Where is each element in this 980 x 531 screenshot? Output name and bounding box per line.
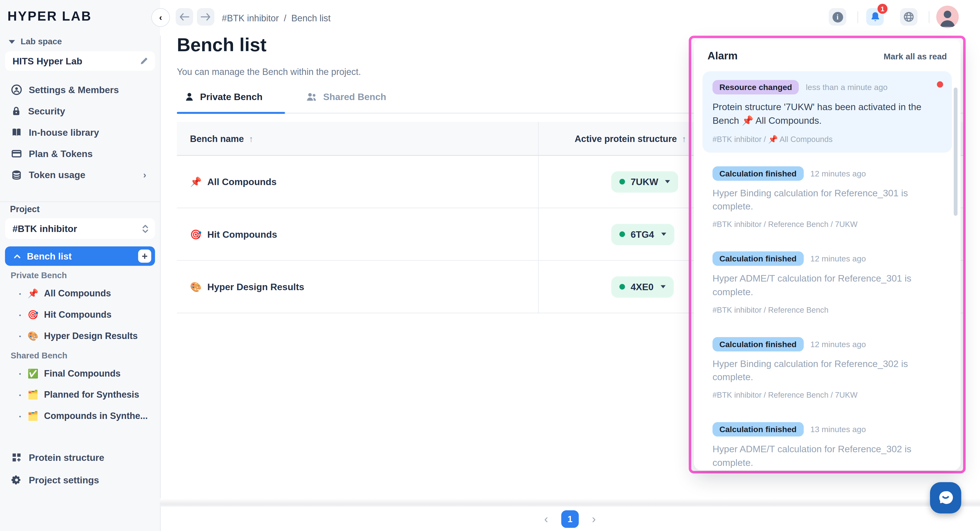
chat-launcher-button[interactable] (930, 482, 961, 513)
content-footer-divider (160, 498, 980, 507)
notification-path: #BTK inhibitor / 📌 All Compounds (713, 134, 942, 144)
notification-badge: 1 (878, 4, 888, 14)
sidebar-item-final-compounds[interactable]: · ✅ Final Compounds (0, 363, 160, 384)
check-emoji-icon: ✅ (27, 368, 38, 378)
unread-dot (937, 81, 943, 88)
lab-space-label: Lab space (21, 37, 62, 46)
notification-message: Hyper Binding calculation for Reference_… (713, 186, 942, 213)
sort-asc-icon[interactable]: ↑ (682, 134, 686, 144)
notification-type-badge: Resource changed (713, 80, 799, 94)
alarm-panel-highlight: Alarm Mark all as read Resource changed … (689, 36, 966, 474)
mark-all-as-read-button[interactable]: Mark all as read (884, 52, 947, 61)
sidebar-item-inhouse-library[interactable]: In-house library (0, 121, 160, 143)
notification-item[interactable]: Resource changed less than a minute ago … (702, 71, 952, 152)
sidebar-item-label: Plan & Tokens (29, 148, 92, 158)
person-icon (936, 6, 959, 28)
sidebar-item-bench-list[interactable]: Bench list + (5, 246, 155, 266)
info-icon: i (832, 11, 843, 22)
back-button[interactable] (176, 8, 193, 26)
sort-asc-icon[interactable]: ↑ (249, 134, 253, 144)
bench-name-cell[interactable]: 🎨 Hyper Design Results (190, 261, 304, 313)
notifications-button[interactable]: 1 (866, 8, 884, 26)
column-header-active-protein-structure[interactable]: Active protein structure ↑ (575, 122, 686, 155)
column-divider (538, 156, 539, 207)
breadcrumb-separator: / (284, 13, 286, 23)
sidebar-item-planned-for-synthesis[interactable]: · 🗂️ Planned for Synthesis (0, 384, 160, 405)
card-index-emoji-icon: 🗂️ (27, 389, 38, 400)
alarm-title: Alarm (708, 50, 738, 62)
notification-type-badge: Calculation finished (713, 422, 803, 437)
sidebar-item-label: Security (28, 105, 65, 116)
project-section-label: Project (10, 204, 40, 214)
dart-emoji-icon: 🎯 (190, 229, 202, 240)
pushpin-emoji-icon: 📌 (27, 288, 38, 298)
protein-structure-dropdown[interactable]: 6TG4 (611, 223, 674, 245)
active-status-dot (619, 179, 625, 185)
sidebar-item-compounds-in-synthesis[interactable]: · 🗂️ Compounds in Synthe... (0, 405, 160, 427)
people-icon (306, 92, 318, 102)
forward-button[interactable] (197, 8, 215, 26)
edit-pencil-icon[interactable] (140, 56, 149, 65)
lab-space-selector[interactable]: HITS Hyper Lab (5, 51, 155, 71)
breadcrumb-project[interactable]: #BTK inhibitor (222, 13, 279, 23)
dart-emoji-icon: 🎯 (27, 309, 38, 320)
sidebar-collapse-button[interactable]: ‹ (151, 8, 170, 27)
next-page-button[interactable]: › (592, 512, 596, 526)
sidebar: HYPER LAB Lab space HITS Hyper Lab Setti… (0, 0, 161, 531)
lab-space-toggle[interactable]: Lab space (9, 37, 62, 46)
app-logo: HYPER LAB (7, 9, 92, 24)
sidebar-item-settings-members[interactable]: Settings & Members (0, 79, 160, 100)
notification-message: Hyper ADME/T calculation for Reference_3… (713, 271, 942, 299)
sidebar-item-security[interactable]: Security (0, 100, 160, 121)
notification-item[interactable]: Calculation finished 13 minutes ago Hype… (702, 413, 952, 470)
protein-structure-dropdown[interactable]: 4XE0 (611, 276, 673, 297)
active-tab-indicator (177, 112, 285, 114)
chat-bubble-icon (937, 489, 955, 507)
caret-down-icon (9, 40, 15, 43)
page-number-button[interactable]: 1 (561, 510, 579, 528)
sidebar-item-hit-compounds[interactable]: · 🎯 Hit Compounds (0, 304, 160, 325)
sidebar-menu: Settings & Members Security In-house lib… (0, 79, 160, 185)
app-window: HYPER LAB Lab space HITS Hyper Lab Setti… (0, 0, 980, 531)
bench-name-cell[interactable]: 📌 All Compounds (190, 156, 277, 207)
top-bar: #BTK inhibitor / Bench list i 1 (160, 0, 980, 36)
protein-structure-dropdown[interactable]: 7UKW (611, 171, 678, 192)
sidebar-item-project-settings[interactable]: Project settings (0, 469, 160, 490)
arrow-left-icon (180, 13, 189, 21)
notification-message: Protein structure '7UKW' has been activa… (713, 100, 942, 128)
notification-type-badge: Calculation finished (713, 166, 803, 180)
bench-name-cell[interactable]: 🎯 Hit Compounds (190, 208, 277, 260)
notification-type-badge: Calculation finished (713, 337, 803, 351)
info-button[interactable]: i (829, 8, 846, 26)
sidebar-item-all-compounds[interactable]: · 📌 All Compounds (0, 283, 160, 304)
gear-icon (11, 474, 22, 485)
palette-emoji-icon: 🎨 (27, 331, 38, 341)
tab-private-bench[interactable]: Private Bench (177, 91, 270, 111)
notification-type-badge: Calculation finished (713, 251, 803, 266)
tab-shared-bench[interactable]: Shared Bench (298, 91, 394, 111)
project-selector[interactable]: #BTK inhibitor (5, 218, 155, 239)
sidebar-item-token-usage[interactable]: Token usage › (0, 164, 160, 185)
sidebar-item-plan-tokens[interactable]: Plan & Tokens (0, 143, 160, 164)
notification-item[interactable]: Calculation finished 12 minutes ago Hype… (702, 328, 952, 408)
chevron-up-icon (14, 254, 21, 258)
sidebar-item-protein-structure[interactable]: Protein structure (0, 446, 160, 468)
breadcrumb-page[interactable]: Bench list (291, 13, 331, 23)
page-subtitle: You can manage the Bench within the proj… (177, 67, 361, 77)
grid-plus-icon (11, 452, 22, 462)
shared-bench-items: · ✅ Final Compounds · 🗂️ Planned for Syn… (0, 363, 160, 426)
notification-item[interactable]: Calculation finished 12 minutes ago Hype… (702, 243, 952, 323)
user-avatar[interactable] (936, 6, 959, 28)
notification-item[interactable]: Calculation finished 12 minutes ago Hype… (702, 157, 952, 238)
column-divider (538, 122, 539, 155)
sidebar-item-hyper-design-results[interactable]: · 🎨 Hyper Design Results (0, 325, 160, 346)
column-divider (538, 208, 539, 260)
add-bench-button[interactable]: + (138, 249, 151, 263)
scrollbar-thumb[interactable] (954, 88, 958, 216)
alarm-panel: Alarm Mark all as read Resource changed … (694, 39, 961, 470)
prev-page-button[interactable]: ‹ (544, 512, 548, 526)
language-button[interactable] (900, 8, 918, 26)
breadcrumb: #BTK inhibitor / Bench list (222, 0, 331, 36)
column-header-bench-name[interactable]: Bench name ↑ (190, 122, 253, 155)
chevron-down-icon (661, 233, 666, 236)
